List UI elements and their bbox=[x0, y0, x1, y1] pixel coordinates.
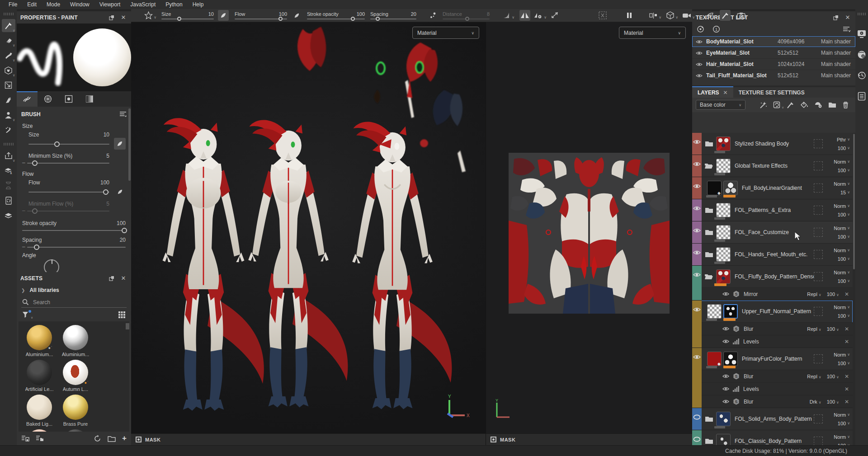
toolbar-stroke-opacity-slider[interactable]: Stroke opacity100 bbox=[307, 12, 365, 19]
particle-brush-icon[interactable] bbox=[704, 10, 715, 21]
eye-icon[interactable] bbox=[692, 272, 702, 277]
search-input[interactable] bbox=[33, 299, 105, 306]
texture-set-shader[interactable]: Main shader bbox=[821, 72, 853, 79]
tab-layers[interactable]: LAYERS ✕ bbox=[692, 87, 733, 98]
asset-item[interactable]: ●˙ Autumn L... bbox=[58, 360, 93, 392]
eye-hidden-icon[interactable] bbox=[692, 437, 702, 442]
menu-edit[interactable]: Edit bbox=[22, 0, 42, 9]
eye-icon[interactable] bbox=[722, 374, 729, 379]
camera-view-button[interactable]: ∨ bbox=[681, 10, 692, 21]
effect-blend-select[interactable]: Drk∨ bbox=[810, 399, 821, 404]
add-asset-icon[interactable]: + bbox=[122, 434, 127, 443]
paint-tool-button[interactable]: ∨ bbox=[2, 19, 15, 32]
asset-item[interactable]: Brass Pure bbox=[58, 395, 93, 427]
viewport2d-material-select[interactable]: Material ∨ bbox=[619, 27, 686, 39]
blend-mode-select[interactable]: Pthr∨ bbox=[837, 137, 850, 142]
layer-group[interactable]: FOL_Patterns_&_Extra Norm∨ 100∨ bbox=[692, 199, 853, 221]
effect-opacity-select[interactable]: 100∨ bbox=[827, 291, 839, 297]
assets-scrollbar[interactable] bbox=[126, 323, 129, 329]
opacity-select[interactable]: 100∨ bbox=[838, 313, 850, 319]
material-stack-button[interactable] bbox=[2, 209, 15, 222]
eye-icon[interactable] bbox=[722, 386, 729, 391]
menu-window[interactable]: Window bbox=[65, 0, 94, 9]
asset-item[interactable]: Artificial Le... bbox=[22, 360, 57, 392]
sort-list-icon[interactable] bbox=[843, 26, 851, 33]
layer-mask-placeholder[interactable] bbox=[814, 354, 823, 363]
layer-group[interactable]: FOL_Face_Customize Norm∨ 100∨ bbox=[692, 221, 853, 244]
layer-thumbnail[interactable] bbox=[716, 159, 731, 173]
dock-grip[interactable] bbox=[858, 13, 866, 15]
size-pressure-button[interactable] bbox=[218, 10, 229, 21]
toolbar-spacing-slider[interactable]: Spacing20 bbox=[370, 12, 416, 19]
add-smart-material-icon[interactable]: ∨ bbox=[773, 101, 781, 108]
shader-settings-icon[interactable] bbox=[857, 50, 866, 59]
smudge-tool-button[interactable] bbox=[2, 79, 15, 92]
layer-mask-placeholder[interactable] bbox=[814, 250, 823, 259]
close-panel-icon[interactable]: ✕ bbox=[119, 274, 127, 282]
paint-mode-button[interactable] bbox=[720, 10, 731, 21]
tab-brush[interactable] bbox=[17, 91, 38, 107]
layer-thumbnail[interactable] bbox=[716, 434, 731, 445]
clone-tool-button[interactable] bbox=[2, 94, 15, 107]
eye-icon[interactable] bbox=[696, 39, 703, 44]
layer-mask-placeholder[interactable] bbox=[814, 437, 823, 445]
viewport3d-material-select[interactable]: Material ∨ bbox=[412, 27, 479, 39]
blend-mode-select[interactable]: Norm∨ bbox=[834, 412, 850, 418]
layer-group[interactable]: FOL_Hands_Feet_Mouth_etc. Norm∨ 100∨ bbox=[692, 244, 853, 266]
toolstrip-grip[interactable] bbox=[4, 13, 14, 15]
eye-icon[interactable] bbox=[722, 339, 729, 344]
undock-panel-icon[interactable] bbox=[108, 274, 116, 282]
folder-icon[interactable] bbox=[703, 141, 714, 147]
layer-mask-placeholder[interactable] bbox=[814, 228, 823, 237]
layer-group[interactable]: FOL_Solid_Arms_Body_Pattern Norm∨ 100∨ bbox=[692, 408, 853, 430]
delete-layer-icon[interactable] bbox=[842, 101, 849, 108]
projection-tool-button[interactable]: ∨ bbox=[2, 49, 15, 62]
folder-icon[interactable] bbox=[703, 251, 714, 258]
opacity-select[interactable]: 100∨ bbox=[838, 146, 850, 151]
export-resources-button[interactable]: ∨ bbox=[2, 149, 15, 162]
open-folder-icon[interactable] bbox=[703, 163, 714, 169]
minimum-size-slider[interactable]: Minimum Size (%)5 – bbox=[17, 150, 131, 167]
eye-icon[interactable] bbox=[692, 228, 702, 233]
grid-view-icon[interactable] bbox=[118, 311, 126, 319]
layer-group[interactable]: FOL_Classic_Body_Pattern Norm∨ 100∨ bbox=[692, 430, 853, 445]
layer-mask-placeholder[interactable] bbox=[814, 272, 823, 281]
blend-mode-select[interactable]: Norm∨ bbox=[834, 434, 850, 440]
texture-set-row[interactable]: BodyMaterial_Slot 4096x4096 Main shader bbox=[692, 36, 855, 47]
layer-mask-placeholder[interactable] bbox=[814, 307, 823, 316]
opacity-select[interactable]: 100∨ bbox=[838, 361, 850, 366]
opacity-select[interactable]: 100∨ bbox=[838, 168, 850, 173]
library-selector[interactable]: ❯ All libraries bbox=[17, 284, 131, 295]
eye-icon[interactable] bbox=[722, 326, 729, 331]
eye-icon[interactable] bbox=[722, 399, 729, 404]
layer-group[interactable]: FOL_Fluffy_Body_Pattern_Dense Norm∨ 100∨… bbox=[692, 266, 853, 301]
close-tab-icon[interactable]: ✕ bbox=[723, 89, 728, 96]
color-picker-tool-button[interactable] bbox=[2, 123, 15, 136]
layer-thumbnail[interactable] bbox=[716, 247, 731, 262]
menu-viewport[interactable]: Viewport bbox=[94, 0, 125, 9]
size-pressure-toggle[interactable] bbox=[114, 138, 126, 150]
filter-icon[interactable]: ∨ bbox=[22, 311, 30, 318]
remove-effect-icon[interactable]: ✕ bbox=[844, 399, 849, 405]
texture-set-shader[interactable]: Main shader bbox=[821, 50, 853, 56]
eye-icon[interactable] bbox=[692, 161, 702, 167]
layer-group[interactable]: Stylized Shading Body Pthr∨ 100∨ bbox=[692, 133, 853, 155]
asset-search[interactable] bbox=[21, 297, 127, 308]
layer-effect-row[interactable]: S Blur Repl∨ 100∨ ✕ bbox=[702, 370, 853, 382]
add-folder-icon[interactable] bbox=[828, 102, 836, 108]
opacity-select[interactable]: 15∨ bbox=[840, 190, 850, 195]
opacity-select[interactable]: 100∨ bbox=[838, 421, 850, 426]
toolstrip-grip[interactable] bbox=[4, 143, 14, 146]
angle-dial[interactable] bbox=[44, 259, 59, 272]
tab-alpha[interactable] bbox=[38, 91, 58, 107]
texture-set-shader[interactable]: Main shader bbox=[821, 38, 853, 45]
layer-mask-placeholder[interactable] bbox=[814, 183, 823, 193]
brush-stamp-shape-button[interactable]: ∨ bbox=[143, 10, 154, 21]
mask-channel-icon[interactable] bbox=[491, 437, 496, 442]
blend-mode-select[interactable]: Norm∨ bbox=[834, 159, 850, 165]
channel-select[interactable]: Base color ∨ bbox=[696, 100, 745, 110]
polygon-fill-tool-button[interactable]: ∨ bbox=[2, 64, 15, 77]
toolbar-flow-slider[interactable]: Flow100 bbox=[235, 12, 287, 19]
flow-pressure-toggle[interactable] bbox=[114, 186, 126, 197]
tab-material[interactable] bbox=[79, 91, 100, 107]
